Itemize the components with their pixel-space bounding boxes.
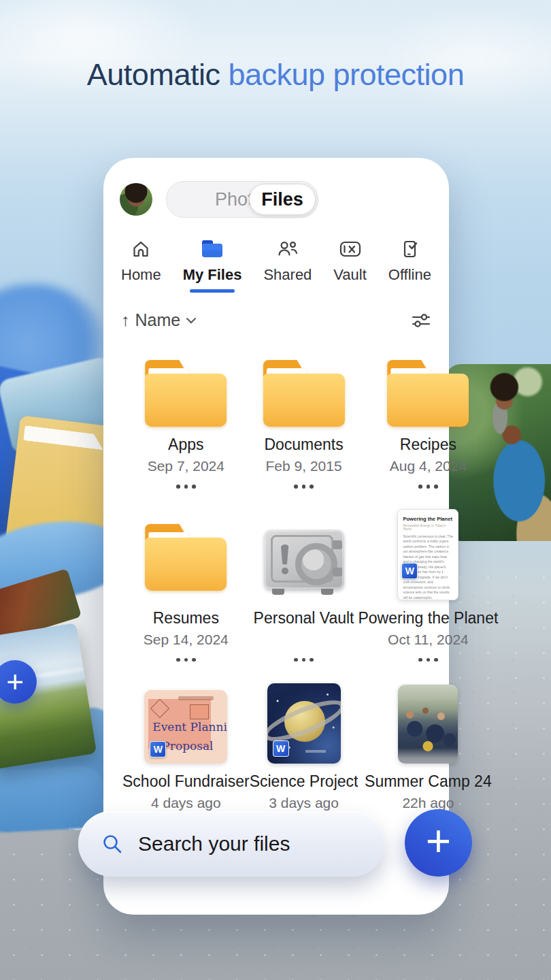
file-tile-recipes[interactable]: Recipes Aug 4, 2024	[358, 357, 498, 489]
word-document-preview: Event Planning Proposal W	[144, 690, 227, 764]
file-date: Sep 7, 2024	[148, 458, 224, 474]
title-prefix: Automatic	[87, 57, 220, 92]
tab-shared[interactable]: Shared	[263, 238, 312, 293]
file-name: Powering the Planet	[358, 609, 498, 627]
tab-my-files[interactable]: My Files	[183, 238, 242, 293]
file-date: 3 days ago	[269, 795, 339, 811]
more-menu-icon[interactable]	[416, 485, 440, 489]
yellow-folder-icon	[145, 524, 227, 591]
photos-files-toggle[interactable]: Photos Files	[166, 181, 318, 218]
doc-preview-line1: Event Planning	[152, 720, 227, 734]
tab-label: Shared	[263, 266, 312, 284]
file-date: Sep 14, 2024	[144, 632, 229, 648]
group-photo-preview	[398, 685, 458, 764]
file-name: Science Project	[250, 772, 358, 791]
yellow-folder-icon	[263, 360, 345, 427]
file-name: Documents	[264, 436, 343, 454]
tab-home[interactable]: Home	[121, 238, 161, 293]
list-toolbar: ↑ Name	[120, 310, 433, 330]
more-menu-icon[interactable]	[174, 658, 198, 662]
file-tile-summer-camp[interactable]: Summer Camp 24 22h ago	[358, 679, 498, 826]
plus-icon: +	[426, 819, 451, 863]
file-grid: Apps Sep 7, 2024 Documents Feb 9, 2015 R…	[120, 357, 433, 826]
search-bar[interactable]: Search your files	[78, 811, 384, 877]
file-date: Feb 9, 2015	[266, 458, 342, 474]
tab-label: Offline	[388, 266, 431, 284]
tab-label: My Files	[183, 266, 242, 284]
app-card: Photos Files Home My Files	[103, 158, 449, 915]
tab-vault[interactable]: Vault	[333, 238, 367, 293]
chevron-down-icon	[186, 317, 197, 324]
file-tile-apps[interactable]: Apps Sep 7, 2024	[122, 357, 250, 489]
more-menu-icon[interactable]	[416, 658, 440, 662]
file-name: Recipes	[400, 436, 456, 454]
file-name: Summer Camp 24	[365, 772, 492, 791]
page-title: Automatic backup protection	[0, 57, 551, 93]
yellow-folder-icon	[387, 360, 469, 427]
file-tile-powering-the-planet[interactable]: Powering the Planet Renewable Energy in …	[358, 506, 498, 662]
tab-bar: Home My Files Shared Vault	[120, 238, 433, 293]
file-tile-school-fundraiser[interactable]: Event Planning Proposal W School Fundrai…	[122, 679, 250, 826]
tab-label: Home	[121, 266, 161, 284]
file-name: School Fundraiser	[122, 772, 250, 791]
tab-offline[interactable]: Offline	[388, 238, 431, 293]
sort-ascending-icon: ↑	[121, 310, 130, 330]
tab-label: Vault	[333, 266, 367, 284]
plus-glyph: +	[6, 665, 24, 699]
title-accent: backup protection	[228, 57, 464, 92]
people-icon	[277, 238, 299, 260]
file-tile-science-project[interactable]: W Science Project 3 days ago	[250, 679, 358, 826]
more-menu-icon[interactable]	[292, 485, 316, 489]
file-name: Personal Vault	[254, 609, 354, 627]
file-date: 22h ago	[402, 795, 454, 811]
vault-safe-icon	[339, 238, 362, 260]
search-placeholder: Search your files	[138, 832, 290, 855]
more-menu-icon[interactable]	[174, 485, 198, 489]
file-name: Resumes	[153, 609, 219, 627]
file-tile-personal-vault[interactable]: Personal Vault	[250, 506, 358, 662]
phone-check-icon	[399, 238, 420, 260]
word-document-preview: Powering the Planet Renewable Energy in …	[397, 509, 458, 600]
filter-sliders-icon[interactable]	[411, 312, 431, 329]
file-date: 4 days ago	[151, 795, 221, 811]
sort-label: Name	[135, 310, 181, 330]
word-icon: W	[273, 740, 289, 757]
word-icon: W	[150, 741, 166, 757]
yellow-folder-icon	[145, 360, 227, 427]
more-menu-icon[interactable]	[292, 658, 316, 662]
add-fab-button[interactable]: +	[405, 809, 472, 877]
app-header: Photos Files	[120, 181, 433, 218]
personal-vault-safe-icon	[264, 529, 344, 595]
file-date: Aug 4, 2024	[390, 458, 467, 474]
search-icon	[101, 833, 123, 855]
doc-preview-title: Powering the Planet	[403, 517, 453, 523]
word-document-preview-saturn: W	[267, 683, 341, 764]
doc-preview-line2: Proposal	[162, 739, 213, 753]
file-tile-documents[interactable]: Documents Feb 9, 2015	[250, 357, 358, 489]
active-tab-underline	[190, 289, 235, 293]
toggle-files[interactable]: Files	[249, 184, 316, 215]
blue-folder-icon	[201, 238, 224, 260]
doc-preview-subtitle: Renewable Energy in Today's World	[403, 524, 453, 531]
file-name: Apps	[168, 436, 203, 454]
file-tile-resumes[interactable]: Resumes Sep 14, 2024	[122, 506, 250, 662]
home-icon	[131, 238, 151, 260]
user-avatar[interactable]	[120, 183, 152, 216]
file-date: Oct 11, 2024	[388, 632, 469, 648]
sort-button[interactable]: ↑ Name	[121, 310, 197, 330]
word-icon: W	[401, 563, 418, 579]
